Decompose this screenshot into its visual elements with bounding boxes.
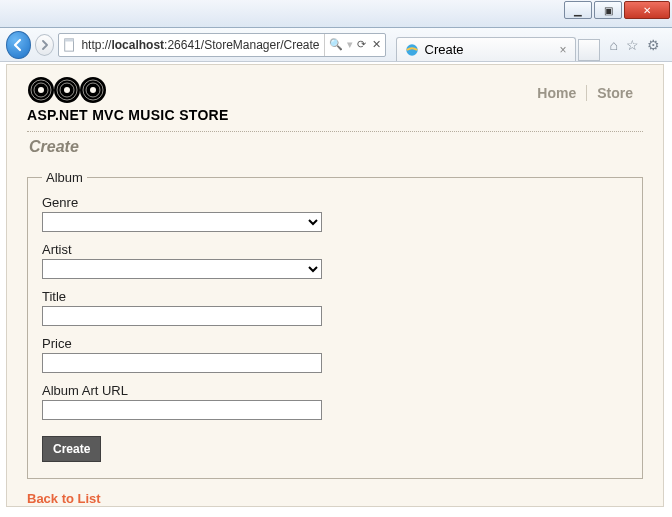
artist-label: Artist — [42, 242, 628, 257]
page-body: ASP.NET MVC MUSIC STORE Home Store Creat… — [6, 64, 664, 507]
svg-point-8 — [90, 87, 96, 93]
price-input[interactable] — [42, 353, 322, 373]
favorites-icon[interactable]: ☆ — [626, 37, 639, 53]
tab-title: Create — [425, 42, 464, 57]
create-button[interactable]: Create — [42, 436, 101, 462]
new-tab-button[interactable] — [578, 39, 600, 61]
nav-store-link[interactable]: Store — [587, 85, 643, 101]
back-to-list-link[interactable]: Back to List — [27, 491, 101, 506]
fieldset-legend: Album — [42, 170, 87, 185]
nav-home-link[interactable]: Home — [527, 85, 587, 101]
svg-point-7 — [64, 87, 70, 93]
browser-tab[interactable]: Create × — [396, 37, 576, 61]
home-icon[interactable]: ⌂ — [610, 37, 618, 53]
minimize-icon: ▁ — [574, 5, 582, 16]
tab-strip: Create × — [396, 28, 600, 61]
window-maximize-button[interactable]: ▣ — [594, 1, 622, 19]
arrow-left-icon — [11, 38, 25, 52]
stop-button[interactable]: ✕ — [372, 38, 381, 51]
artist-select[interactable] — [42, 259, 322, 279]
album-fieldset: Album Genre Artist Title Price Album Art… — [27, 170, 643, 479]
svg-point-6 — [38, 87, 44, 93]
main-nav: Home Store — [527, 85, 643, 101]
forward-button[interactable] — [35, 34, 55, 56]
genre-select[interactable] — [42, 212, 322, 232]
back-button[interactable] — [6, 31, 31, 59]
art-url-label: Album Art URL — [42, 383, 628, 398]
title-input[interactable] — [42, 306, 322, 326]
settings-icon[interactable]: ⚙ — [647, 37, 660, 53]
records-logo-icon — [27, 75, 109, 105]
browser-toolbar: http://localhost:26641/StoreManager/Crea… — [0, 28, 672, 62]
refresh-button[interactable]: ⟳ — [357, 38, 366, 51]
search-icon[interactable]: 🔍 — [329, 38, 343, 51]
window-minimize-button[interactable]: ▁ — [564, 1, 592, 19]
price-label: Price — [42, 336, 628, 351]
site-title: ASP.NET MVC MUSIC STORE — [27, 107, 229, 123]
page-icon — [63, 38, 77, 52]
ie-icon — [405, 43, 419, 57]
site-logo-block: ASP.NET MVC MUSIC STORE — [27, 75, 229, 123]
title-label: Title — [42, 289, 628, 304]
maximize-icon: ▣ — [604, 5, 613, 16]
art-url-input[interactable] — [42, 400, 322, 420]
svg-rect-1 — [65, 38, 74, 41]
genre-label: Genre — [42, 195, 628, 210]
tab-close-button[interactable]: × — [560, 43, 567, 57]
page-heading: Create — [29, 138, 643, 156]
header-divider — [27, 131, 643, 132]
arrow-right-icon — [40, 40, 50, 50]
address-bar[interactable]: http://localhost:26641/StoreManager/Crea… — [58, 33, 385, 57]
close-icon: ✕ — [643, 5, 651, 16]
window-close-button[interactable]: ✕ — [624, 1, 670, 19]
window-titlebar: ▁ ▣ ✕ — [0, 0, 672, 28]
url-text[interactable]: http://localhost:26641/StoreManager/Crea… — [81, 38, 319, 52]
